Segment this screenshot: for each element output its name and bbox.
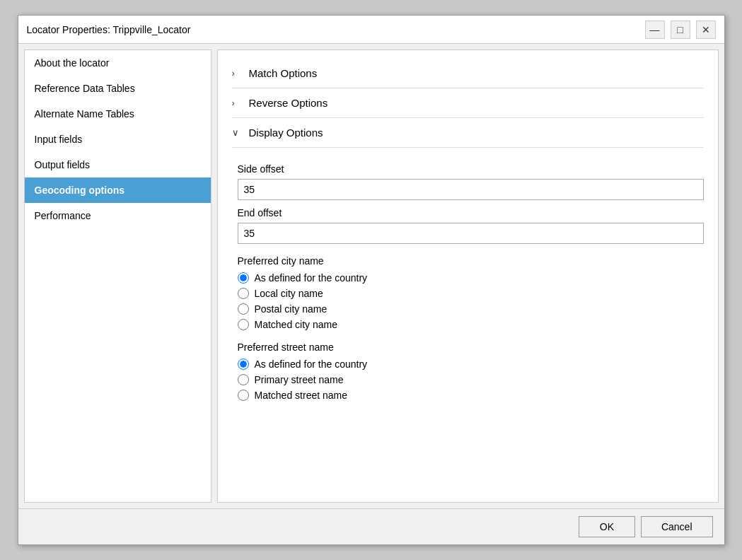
city-country-radio[interactable] bbox=[238, 272, 249, 284]
match-options-divider bbox=[232, 88, 704, 88]
street-primary-option[interactable]: Primary street name bbox=[238, 374, 704, 385]
locator-properties-window: Locator Properties: Trippville_Locator —… bbox=[18, 15, 725, 545]
side-offset-input[interactable] bbox=[238, 179, 704, 200]
end-offset-input[interactable] bbox=[238, 223, 704, 244]
preferred-city-label: Preferred city name bbox=[238, 255, 704, 267]
window-controls: — □ ✕ bbox=[645, 21, 716, 39]
sidebar: About the locator Reference Data Tables … bbox=[24, 49, 211, 503]
city-local-label: Local city name bbox=[255, 288, 323, 299]
display-options-content: Side offset End offset Preferred city na… bbox=[232, 151, 704, 409]
display-options-divider bbox=[232, 147, 704, 148]
end-offset-label: End offset bbox=[238, 207, 704, 218]
street-matched-option[interactable]: Matched street name bbox=[238, 390, 704, 401]
ok-button[interactable]: OK bbox=[579, 516, 635, 537]
sidebar-item-alternate[interactable]: Alternate Name Tables bbox=[25, 101, 211, 127]
minimize-button[interactable]: — bbox=[645, 21, 665, 39]
street-primary-radio[interactable] bbox=[238, 374, 249, 385]
city-postal-radio[interactable] bbox=[238, 303, 249, 315]
reverse-options-divider bbox=[232, 117, 704, 118]
content-area: About the locator Reference Data Tables … bbox=[18, 44, 724, 508]
city-matched-option[interactable]: Matched city name bbox=[238, 319, 704, 330]
street-country-radio[interactable] bbox=[238, 358, 249, 370]
side-offset-label: Side offset bbox=[238, 163, 704, 175]
street-country-option[interactable]: As defined for the country bbox=[238, 358, 704, 370]
main-panel: › Match Options › Reverse Options ∨ Disp… bbox=[217, 49, 719, 503]
street-matched-radio[interactable] bbox=[238, 390, 249, 401]
reverse-options-header[interactable]: › Reverse Options bbox=[232, 91, 704, 115]
street-matched-label: Matched street name bbox=[255, 390, 348, 401]
maximize-button[interactable]: □ bbox=[671, 21, 690, 39]
reverse-options-label: Reverse Options bbox=[249, 97, 328, 109]
sidebar-item-geocoding[interactable]: Geocoding options bbox=[25, 177, 211, 203]
cancel-button[interactable]: Cancel bbox=[641, 516, 713, 537]
display-options-chevron: ∨ bbox=[232, 127, 243, 138]
street-primary-label: Primary street name bbox=[255, 374, 344, 385]
sidebar-item-input[interactable]: Input fields bbox=[25, 127, 211, 152]
match-options-label: Match Options bbox=[249, 67, 318, 79]
city-country-option[interactable]: As defined for the country bbox=[238, 272, 704, 284]
match-options-chevron: › bbox=[232, 68, 243, 78]
window-title: Locator Properties: Trippville_Locator bbox=[27, 24, 191, 35]
sidebar-item-performance[interactable]: Performance bbox=[25, 203, 211, 228]
preferred-street-group: As defined for the country Primary stree… bbox=[238, 358, 704, 401]
city-local-option[interactable]: Local city name bbox=[238, 288, 704, 299]
display-options-label: Display Options bbox=[249, 127, 323, 139]
match-options-header[interactable]: › Match Options bbox=[232, 62, 704, 85]
title-bar: Locator Properties: Trippville_Locator —… bbox=[18, 16, 724, 44]
city-matched-radio[interactable] bbox=[238, 319, 249, 330]
city-matched-label: Matched city name bbox=[255, 319, 338, 330]
footer: OK Cancel bbox=[18, 508, 724, 544]
display-options-header[interactable]: ∨ Display Options bbox=[232, 121, 704, 144]
city-country-label: As defined for the country bbox=[255, 272, 368, 284]
preferred-city-group: As defined for the country Local city na… bbox=[238, 272, 704, 330]
city-postal-option[interactable]: Postal city name bbox=[238, 303, 704, 315]
sidebar-item-reference[interactable]: Reference Data Tables bbox=[25, 76, 211, 101]
sidebar-item-about[interactable]: About the locator bbox=[25, 50, 211, 76]
city-local-radio[interactable] bbox=[238, 288, 249, 299]
reverse-options-chevron: › bbox=[232, 98, 243, 108]
sidebar-item-output[interactable]: Output fields bbox=[25, 152, 211, 177]
preferred-street-label: Preferred street name bbox=[238, 342, 704, 353]
city-postal-label: Postal city name bbox=[255, 303, 327, 315]
close-button[interactable]: ✕ bbox=[696, 21, 716, 39]
street-country-label: As defined for the country bbox=[255, 358, 368, 370]
